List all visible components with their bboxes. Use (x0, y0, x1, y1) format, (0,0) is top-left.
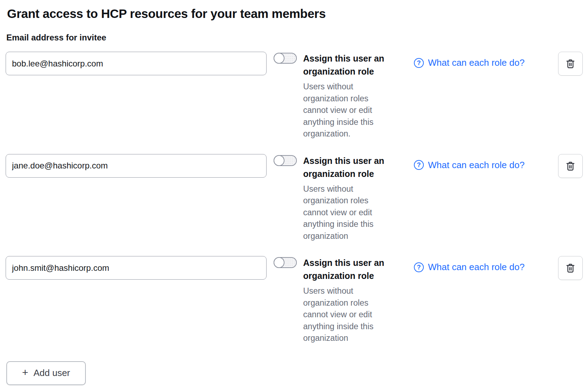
invitee-row: Assign this user an organization role Us… (6, 154, 588, 242)
role-help-link[interactable]: What can each role do? (428, 262, 525, 273)
assign-role-text: Assign this user an organization role Us… (303, 256, 392, 344)
assign-role-toggle[interactable] (274, 257, 297, 268)
invitee-email-input[interactable] (6, 154, 267, 178)
add-user-button[interactable]: + Add user (6, 361, 86, 385)
role-help: ? What can each role do? (414, 262, 541, 273)
assign-role-description: Users without organization roles cannot … (303, 183, 392, 242)
plus-icon: + (22, 367, 28, 378)
assign-role-toggle[interactable] (274, 155, 297, 166)
toggle-knob (274, 53, 285, 64)
assign-role-description: Users without organization roles cannot … (303, 81, 392, 140)
invite-team-members-form: Grant access to HCP resources for your t… (0, 0, 588, 385)
assign-role-description: Users without organization roles cannot … (303, 285, 392, 344)
trash-icon (565, 161, 576, 171)
page-title: Grant access to HCP resources for your t… (7, 6, 588, 21)
trash-icon (565, 263, 576, 273)
toggle-knob (274, 257, 285, 268)
role-help: ? What can each role do? (414, 57, 541, 68)
question-circle-icon: ? (414, 262, 424, 272)
trash-icon (565, 58, 576, 69)
assign-role-text: Assign this user an organization role Us… (303, 154, 392, 242)
delete-invitee-button[interactable] (558, 154, 583, 178)
question-circle-icon: ? (414, 58, 424, 68)
assign-role-label: Assign this user an organization role (303, 52, 392, 78)
delete-invitee-button[interactable] (558, 256, 583, 280)
assign-role-toggle[interactable] (274, 53, 297, 64)
role-help: ? What can each role do? (414, 160, 541, 171)
invitee-rows: Assign this user an organization role Us… (0, 52, 588, 344)
question-circle-icon: ? (414, 160, 424, 170)
assign-role-label: Assign this user an organization role (303, 154, 392, 180)
email-address-label: Email address for invitee (6, 33, 588, 43)
role-help-link[interactable]: What can each role do? (428, 160, 525, 171)
role-help-link[interactable]: What can each role do? (428, 57, 525, 68)
assign-role-text: Assign this user an organization role Us… (303, 52, 392, 140)
invitee-email-input[interactable] (6, 52, 267, 75)
assign-role-label: Assign this user an organization role (303, 256, 392, 282)
invitee-row: Assign this user an organization role Us… (6, 256, 588, 344)
invitee-email-input[interactable] (6, 256, 267, 280)
invitee-row: Assign this user an organization role Us… (6, 52, 588, 140)
add-user-label: Add user (33, 368, 70, 378)
toggle-knob (274, 155, 285, 166)
delete-invitee-button[interactable] (558, 52, 583, 76)
